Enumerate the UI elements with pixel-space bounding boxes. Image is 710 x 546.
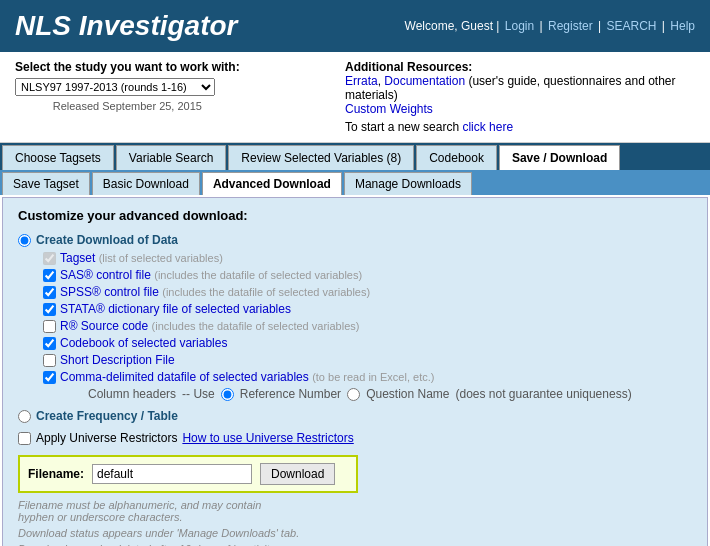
tab-codebook[interactable]: Codebook: [416, 145, 497, 170]
apply-universe-checkbox[interactable]: [18, 432, 31, 445]
create-freq-radio[interactable]: [18, 410, 31, 423]
sas-checkbox[interactable]: [43, 269, 56, 282]
r-label: R® Source code: [60, 319, 148, 333]
content-area: Customize your advanced download: Create…: [2, 197, 708, 546]
ref-number-radio[interactable]: [221, 388, 234, 401]
sas-label: SAS® control file: [60, 268, 151, 282]
create-data-section: Create Download of Data Tagset (list of …: [18, 233, 692, 401]
create-data-label: Create Download of Data: [36, 233, 178, 247]
filename-row: Filename: Download: [18, 455, 358, 493]
list-item: Codebook of selected variables: [43, 336, 692, 350]
tagset-desc: (list of selected variables): [99, 252, 223, 264]
resources-title: Additional Resources:: [345, 60, 472, 74]
spss-desc: (includes the datafile of selected varia…: [162, 286, 370, 298]
list-item: R® Source code (includes the datafile of…: [43, 319, 692, 333]
help-link[interactable]: Help: [670, 19, 695, 33]
search-link[interactable]: SEARCH: [607, 19, 657, 33]
ref-number-label: Reference Number: [240, 387, 341, 401]
tagset-checkbox[interactable]: [43, 252, 56, 265]
custom-weights-link[interactable]: Custom Weights: [345, 102, 433, 116]
note2: Download status appears under 'Manage Do…: [18, 527, 692, 539]
list-item: Comma-delimited datafile of selected var…: [43, 370, 692, 384]
csv-checkbox[interactable]: [43, 371, 56, 384]
tab-basic-download[interactable]: Basic Download: [92, 172, 200, 195]
create-freq-section: Create Frequency / Table: [18, 409, 692, 423]
r-checkbox[interactable]: [43, 320, 56, 333]
tab-variable-search[interactable]: Variable Search: [116, 145, 227, 170]
study-dropdown[interactable]: NLSY97 1997-2013 (rounds 1-16): [15, 78, 215, 96]
main-nav: Choose Tagsets Variable Search Review Se…: [0, 143, 710, 170]
csv-label: Comma-delimited datafile of selected var…: [60, 370, 309, 384]
list-item: Short Description File: [43, 353, 692, 367]
download-button[interactable]: Download: [260, 463, 335, 485]
short-desc-label: Short Description File: [60, 353, 175, 367]
codebook-label: Codebook of selected variables: [60, 336, 227, 350]
spss-checkbox[interactable]: [43, 286, 56, 299]
codebook-checkbox[interactable]: [43, 337, 56, 350]
note1: Filename must be alphanumeric, and may c…: [18, 499, 692, 523]
short-desc-checkbox[interactable]: [43, 354, 56, 367]
app-title: NLS Investigator: [15, 10, 237, 42]
question-name-desc: (does not guarantee uniqueness): [456, 387, 632, 401]
new-search-text: To start a new search: [345, 120, 459, 134]
tab-save-download[interactable]: Save / Download: [499, 145, 620, 170]
documentation-link[interactable]: Documentation: [384, 74, 465, 88]
tagset-label: Tagset: [60, 251, 95, 265]
released-text: Released September 25, 2015: [15, 100, 240, 112]
question-name-label: Question Name: [366, 387, 449, 401]
spss-label: SPSS® control file: [60, 285, 159, 299]
column-headers-option: Column headers -- Use Reference Number Q…: [88, 387, 692, 401]
header: NLS Investigator Welcome, Guest | Login …: [0, 0, 710, 52]
use-label: -- Use: [182, 387, 215, 401]
welcome-text: Welcome, Guest |: [405, 19, 500, 33]
content-title: Customize your advanced download:: [18, 208, 692, 223]
additional-resources: Additional Resources: Errata, Documentat…: [345, 60, 695, 134]
stata-label: STATA® dictionary file of selected varia…: [60, 302, 291, 316]
question-name-radio[interactable]: [347, 388, 360, 401]
tab-review-selected[interactable]: Review Selected Variables (8): [228, 145, 414, 170]
click-here-link[interactable]: click here: [462, 120, 513, 134]
login-link[interactable]: Login: [505, 19, 534, 33]
tab-choose-tagsets[interactable]: Choose Tagsets: [2, 145, 114, 170]
sub-nav: Save Tagset Basic Download Advanced Down…: [0, 170, 710, 195]
header-right: Welcome, Guest | Login | Register | SEAR…: [403, 19, 695, 33]
study-bar: Select the study you want to work with: …: [0, 52, 710, 143]
checkbox-list: Tagset (list of selected variables) SAS®…: [43, 251, 692, 401]
create-data-radio-label: Create Download of Data: [18, 233, 692, 247]
csv-desc: (to be read in Excel, etc.): [312, 371, 434, 383]
errata-link[interactable]: Errata: [345, 74, 378, 88]
create-data-radio[interactable]: [18, 234, 31, 247]
how-to-link[interactable]: How to use Universe Restrictors: [182, 431, 353, 445]
study-selector: Select the study you want to work with: …: [15, 60, 240, 134]
apply-universe-section: Apply Universe Restrictors How to use Un…: [18, 431, 692, 445]
register-link[interactable]: Register: [548, 19, 593, 33]
tab-save-tagset[interactable]: Save Tagset: [2, 172, 90, 195]
sas-desc: (includes the datafile of selected varia…: [154, 269, 362, 281]
column-headers-label: Column headers: [88, 387, 176, 401]
create-freq-radio-label: Create Frequency / Table: [18, 409, 692, 423]
r-desc: (includes the datafile of selected varia…: [152, 320, 360, 332]
tab-manage-downloads[interactable]: Manage Downloads: [344, 172, 472, 195]
list-item: SAS® control file (includes the datafile…: [43, 268, 692, 282]
filename-label: Filename:: [28, 467, 84, 481]
create-freq-label: Create Frequency / Table: [36, 409, 178, 423]
stata-checkbox[interactable]: [43, 303, 56, 316]
study-select-container: NLSY97 1997-2013 (rounds 1-16): [15, 78, 240, 96]
list-item: SPSS® control file (includes the datafil…: [43, 285, 692, 299]
tab-advanced-download[interactable]: Advanced Download: [202, 172, 342, 195]
apply-universe-label: Apply Universe Restrictors: [36, 431, 177, 445]
list-item: Tagset (list of selected variables): [43, 251, 692, 265]
study-label: Select the study you want to work with:: [15, 60, 240, 74]
list-item: STATA® dictionary file of selected varia…: [43, 302, 692, 316]
filename-input[interactable]: [92, 464, 252, 484]
